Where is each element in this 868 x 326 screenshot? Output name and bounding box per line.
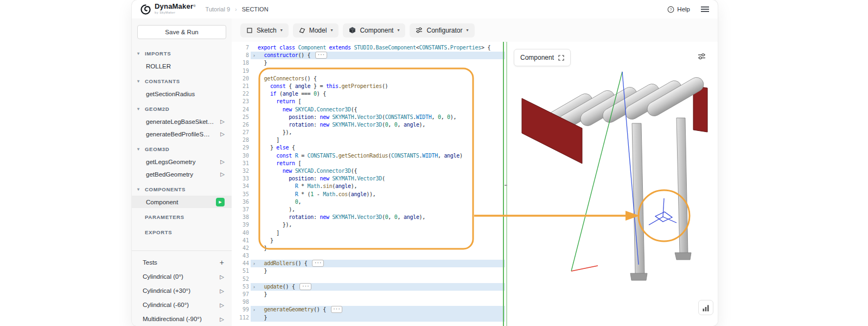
code-token: ] bbox=[258, 230, 279, 236]
code-line-content[interactable]: rotation: new SKYMATH.Vector3D(0, 0, ang… bbox=[251, 214, 505, 221]
code-line-content[interactable]: const R = CONSTANTS.getSectionRadius(CON… bbox=[251, 152, 505, 160]
folded-code-badge[interactable]: ··· bbox=[331, 306, 343, 313]
run-icon[interactable]: ▷ bbox=[220, 131, 225, 137]
toolbar-model-button[interactable]: Model▾ bbox=[293, 23, 339, 37]
code-line-content[interactable]: }), bbox=[251, 221, 505, 229]
test-item-cylindrical-30[interactable]: Cylindrical (+30°)▷ bbox=[132, 284, 232, 298]
line-number: 27 bbox=[232, 129, 251, 136]
code-line-content[interactable]: } bbox=[251, 314, 505, 322]
run-icon[interactable]: ▷ bbox=[220, 118, 225, 124]
run-icon-active[interactable]: ▶ bbox=[216, 198, 225, 206]
run-icon[interactable]: ▷ bbox=[220, 316, 224, 322]
run-icon[interactable]: ▷ bbox=[220, 171, 225, 177]
code-line-content[interactable]: position: new SKYMATH.Vector3D(CONSTANTS… bbox=[251, 114, 505, 121]
sidebar-item-roller[interactable]: ROLLER bbox=[132, 60, 232, 72]
toolbar-sketch-button[interactable]: Sketch▾ bbox=[240, 23, 289, 37]
sidebar-item-getbedgeometry[interactable]: getBedGeometry▷ bbox=[132, 168, 232, 180]
connector-triad bbox=[649, 198, 676, 225]
test-item-cylindrical-60[interactable]: Cylindrical (-60°)▷ bbox=[132, 298, 232, 312]
code-line-content[interactable]: › constructor() { ··· bbox=[251, 52, 505, 59]
code-line-content[interactable]: position: new SKYMATH.Vector3D( bbox=[251, 175, 505, 183]
run-icon[interactable]: ▷ bbox=[220, 288, 224, 294]
code-line-content[interactable]: ] bbox=[251, 229, 505, 237]
sidebar-item-getsectionradius[interactable]: getSectionRadius bbox=[132, 87, 232, 100]
sidebar-item-generatelegbasesket[interactable]: generateLegBaseSket…▷ bbox=[132, 115, 232, 128]
view-settings-button[interactable] bbox=[696, 51, 707, 61]
code-token: Math bbox=[323, 191, 335, 197]
sidebar-section-constants[interactable]: ▾CONSTANTS bbox=[132, 75, 232, 87]
code-line-content[interactable]: R * Math.sin(angle), bbox=[251, 183, 505, 190]
sidebar-item-getlegsgeometry[interactable]: getLegsGeometry▷ bbox=[132, 155, 232, 168]
logo-text: DynaMaker bbox=[155, 2, 193, 10]
sidebar-item-generatebedprofiles[interactable]: generateBedProfileS…▷ bbox=[132, 128, 232, 140]
code-line-content[interactable]: › generateGeometry() { ··· bbox=[251, 306, 505, 314]
fold-chevron-icon[interactable]: › bbox=[251, 306, 258, 314]
toolbar-component-button[interactable]: Component▾ bbox=[343, 23, 405, 37]
code-token bbox=[258, 199, 295, 205]
sidebar-section-parameters[interactable]: PARAMETERS bbox=[132, 211, 232, 223]
component-view-button[interactable]: Component bbox=[514, 49, 571, 66]
code-line-content[interactable]: return [ bbox=[251, 160, 505, 167]
code-line-content[interactable]: export class Component extends STUDIO.Ba… bbox=[251, 44, 505, 52]
hamburger-menu-icon[interactable] bbox=[701, 6, 709, 12]
fold-chevron-icon[interactable]: › bbox=[251, 283, 258, 291]
sidebar-item-component[interactable]: Component▶ bbox=[132, 196, 232, 208]
sidebar-section-imports[interactable]: ▾IMPORTS bbox=[132, 47, 232, 60]
save-run-button[interactable]: Save & Run bbox=[137, 25, 226, 39]
sidebar-section-components[interactable]: ▾COMPONENTS bbox=[132, 183, 232, 196]
test-item-cylindrical-0[interactable]: Cylindrical (0°)▷ bbox=[132, 269, 232, 284]
code-line-content[interactable]: } bbox=[251, 291, 505, 298]
code-line-content[interactable]: ] bbox=[251, 136, 505, 144]
code-token: if bbox=[270, 91, 276, 97]
stats-button[interactable] bbox=[698, 300, 713, 315]
help-button[interactable]: ? Help bbox=[667, 6, 690, 13]
code-text: } bbox=[258, 244, 267, 252]
code-line-content[interactable]: › addRollers() { ··· bbox=[251, 260, 505, 267]
code-line-content[interactable] bbox=[251, 252, 505, 260]
code-line-content[interactable]: return [ bbox=[251, 98, 505, 105]
fold-gutter bbox=[251, 221, 258, 229]
code-line-content[interactable]: rotation: new SKYMATH.Vector3D(0, 0, ang… bbox=[251, 121, 505, 129]
code-line-content[interactable]: new SKYCAD.Connector3D({ bbox=[251, 106, 505, 114]
code-line-content[interactable]: } else { bbox=[251, 144, 505, 152]
code-editor[interactable]: 7export class Component extends STUDIO.B… bbox=[232, 42, 505, 326]
3d-canvas[interactable] bbox=[513, 42, 718, 326]
code-line-content[interactable]: if (angle === 0) { bbox=[251, 90, 505, 98]
sidebar-section-exports[interactable]: EXPORTS bbox=[132, 226, 232, 239]
toolbar-configurator-button[interactable]: Configurator▾ bbox=[410, 23, 474, 37]
code-line-content[interactable] bbox=[251, 67, 505, 75]
code-token: const bbox=[276, 153, 292, 159]
code-line-content[interactable]: } bbox=[251, 244, 505, 252]
code-line-content[interactable] bbox=[251, 298, 505, 306]
code-line-content[interactable] bbox=[251, 275, 505, 283]
plus-icon[interactable]: + bbox=[220, 258, 224, 267]
fold-chevron-icon[interactable]: › bbox=[251, 260, 258, 267]
code-line-content[interactable]: }), bbox=[251, 129, 505, 136]
run-icon[interactable]: ▷ bbox=[220, 274, 224, 280]
breadcrumb-tutorial[interactable]: Tutorial 9 bbox=[206, 6, 230, 12]
code-line-content[interactable]: } bbox=[251, 237, 505, 244]
folded-code-badge[interactable]: ··· bbox=[312, 260, 324, 267]
test-item-multidirectional-90[interactable]: Multidirectional (-90°)▷ bbox=[132, 312, 232, 326]
code-line-content[interactable]: } bbox=[251, 59, 505, 67]
code-token: CONSTANTS bbox=[419, 45, 448, 51]
sketch-icon bbox=[246, 27, 253, 34]
code-line-content[interactable]: › update() { ··· bbox=[251, 283, 505, 291]
folded-code-badge[interactable]: ··· bbox=[299, 283, 311, 290]
code-line-content[interactable]: const { angle } = this.getProperties() bbox=[251, 83, 505, 90]
code-text: if (angle === 0) { bbox=[258, 90, 326, 98]
folded-code-badge[interactable]: ··· bbox=[315, 52, 327, 59]
code-line-content[interactable]: getConnectors() { bbox=[251, 75, 505, 83]
fold-gutter bbox=[251, 267, 258, 275]
code-line-content[interactable]: 0, bbox=[251, 198, 505, 206]
sidebar-section-geom3d[interactable]: ▾GEOM3D bbox=[132, 143, 232, 155]
code-line-content[interactable]: ), bbox=[251, 206, 505, 214]
fold-chevron-icon[interactable]: › bbox=[251, 52, 258, 59]
code-line-content[interactable]: } bbox=[251, 267, 505, 275]
run-icon[interactable]: ▷ bbox=[220, 302, 224, 308]
run-icon[interactable]: ▷ bbox=[220, 159, 225, 165]
sidebar-section-geom2d[interactable]: ▾GEOM2D bbox=[132, 103, 232, 115]
code-line-content[interactable]: R * (1 - Math.cos(angle)), bbox=[251, 191, 505, 198]
conveyor-legs bbox=[630, 118, 691, 280]
code-line-content[interactable]: new SKYCAD.Connector3D({ bbox=[251, 167, 505, 175]
